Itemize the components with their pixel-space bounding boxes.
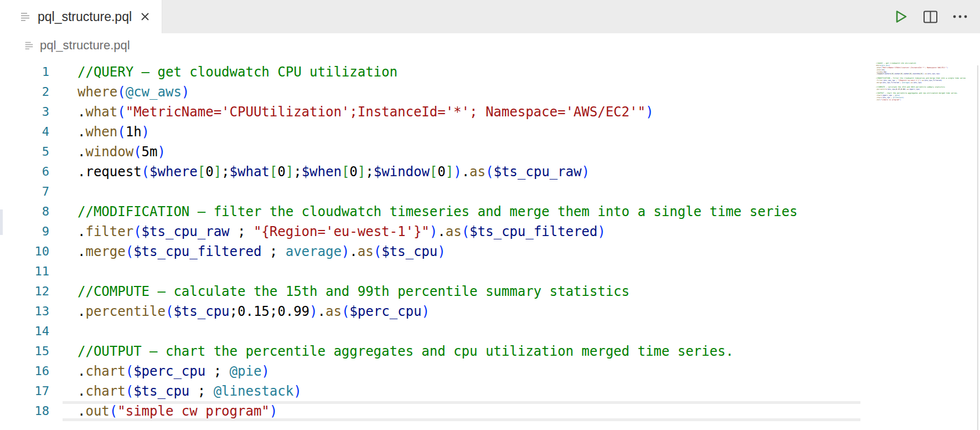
breadcrumb-label: pql_structure.pql (40, 38, 130, 53)
code-text: .when(1h) (63, 122, 860, 142)
code-text: //COMPUTE – calculate the 15th and 99th … (63, 281, 860, 301)
code-line[interactable]: 8//MODIFICATION – filter the cloudwatch … (0, 202, 860, 222)
line-number[interactable]: 15 (0, 341, 49, 361)
code-line[interactable]: 6.request($where[0];$what[0];$when[0];$w… (0, 162, 860, 182)
code-text: //MODIFICATION – filter the cloudwatch t… (63, 202, 860, 222)
line-number[interactable]: 9 (0, 222, 49, 242)
ellipsis-icon (952, 14, 968, 19)
line-number[interactable]: 13 (0, 301, 49, 321)
split-editor-button[interactable] (923, 9, 938, 24)
line-number[interactable]: 3 (0, 102, 49, 122)
breadcrumb[interactable]: pql_structure.pql (23, 37, 130, 54)
code-text: //OUTPUT – chart the percentile aggregat… (63, 341, 860, 361)
file-lines-icon (19, 11, 31, 23)
line-number[interactable]: 11 (0, 262, 49, 281)
code-line[interactable]: 12//COMPUTE – calculate the 15th and 99t… (0, 281, 860, 301)
code-text: .what("MetricName='CPUUtilization';Insta… (63, 102, 860, 122)
line-number[interactable]: 16 (0, 361, 49, 381)
code-text: .filter($ts_cpu_raw ; "{Region='eu-west-… (63, 222, 860, 242)
code-line[interactable]: 9.filter($ts_cpu_raw ; "{Region='eu-west… (0, 222, 860, 242)
minimap-content: //QUERY – get cloudwatch CPU utilization… (876, 63, 966, 101)
tab-pql-structure[interactable]: pql_structure.pql (0, 0, 162, 33)
code-line[interactable]: 14 (0, 321, 860, 341)
play-outline-icon (892, 8, 909, 25)
editor-window: pql_structure.pql (0, 0, 980, 430)
code-line[interactable]: 11 (0, 262, 860, 281)
code-text: where(@cw_aws) (63, 82, 860, 102)
code-line[interactable]: 13.percentile($ts_cpu;0.15;0.99).as($per… (0, 301, 860, 321)
line-number[interactable]: 14 (0, 321, 49, 341)
line-number[interactable]: 1 (0, 62, 49, 82)
code-line[interactable]: 17.chart($ts_cpu ; @linestack) (0, 381, 860, 401)
line-number[interactable]: 17 (0, 381, 49, 401)
code-line[interactable]: 16.chart($perc_cpu ; @pie) (0, 361, 860, 381)
code-text: .chart($perc_cpu ; @pie) (63, 361, 860, 381)
line-number[interactable]: 18 (0, 401, 49, 421)
more-actions-button[interactable] (952, 14, 968, 19)
line-number[interactable]: 10 (0, 242, 49, 262)
editor-actions (892, 0, 980, 33)
tab-bar: pql_structure.pql (0, 0, 980, 33)
tab-label: pql_structure.pql (38, 9, 132, 24)
code-text: .merge($ts_cpu_filtered ; average).as($t… (63, 242, 860, 262)
code-text (63, 262, 860, 281)
line-number[interactable]: 5 (0, 142, 49, 162)
line-number[interactable]: 4 (0, 122, 49, 142)
code-area: 1//QUERY – get cloudwatch CPU utilizatio… (0, 62, 860, 421)
line-number[interactable]: 2 (0, 82, 49, 102)
run-button[interactable] (892, 8, 909, 25)
line-number[interactable]: 8 (0, 202, 49, 222)
code-line[interactable]: 1//QUERY – get cloudwatch CPU utilizatio… (0, 62, 860, 82)
line-number[interactable]: 7 (0, 182, 49, 202)
code-text (63, 321, 860, 341)
code-line[interactable]: 2where(@cw_aws) (0, 82, 860, 102)
code-text: .percentile($ts_cpu;0.15;0.99).as($perc_… (63, 301, 860, 321)
split-square-icon (923, 9, 938, 24)
code-line[interactable]: 15//OUTPUT – chart the percentile aggreg… (0, 341, 860, 361)
code-text: .out("simple cw program") (63, 401, 860, 421)
minimap[interactable]: //QUERY – get cloudwatch CPU utilization… (876, 63, 966, 107)
code-line[interactable]: 3.what("MetricName='CPUUtilization';Inst… (0, 102, 860, 122)
code-line[interactable]: 18.out("simple cw program") (0, 401, 860, 421)
code-line[interactable]: 10.merge($ts_cpu_filtered ; average).as(… (0, 242, 860, 262)
code-line[interactable]: 7 (0, 182, 860, 202)
code-text: .window(5m) (63, 142, 860, 162)
code-text (63, 182, 860, 202)
left-edge-marker (0, 209, 3, 235)
file-lines-icon (23, 40, 34, 51)
code-line[interactable]: 5.window(5m) (0, 142, 860, 162)
code-text: //QUERY – get cloudwatch CPU utilization (63, 62, 860, 82)
code-text: .request($where[0];$what[0];$when[0];$wi… (63, 162, 860, 182)
line-number[interactable]: 6 (0, 162, 49, 182)
line-number[interactable]: 12 (0, 281, 49, 301)
code-text: .chart($ts_cpu ; @linestack) (63, 381, 860, 401)
editor-right-border (977, 65, 978, 430)
code-line[interactable]: 4.when(1h) (0, 122, 860, 142)
close-icon[interactable] (140, 11, 151, 22)
